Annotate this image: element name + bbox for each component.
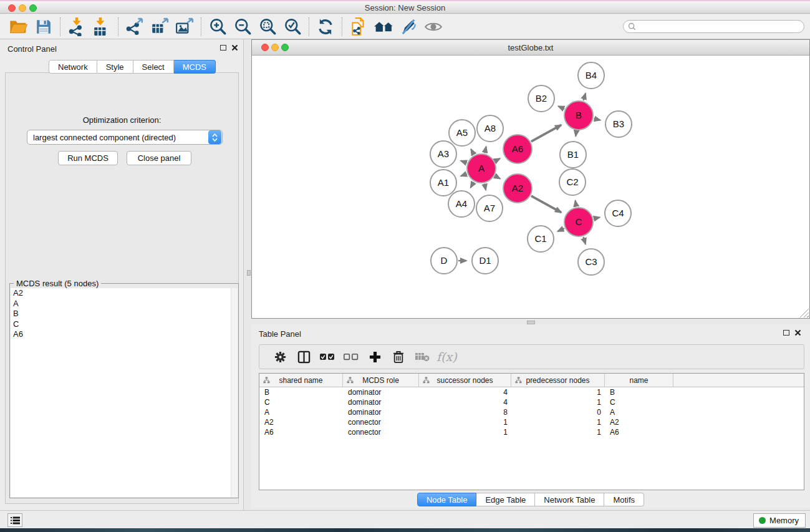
result-item[interactable]: A2 [11, 288, 238, 299]
refresh-icon[interactable] [313, 16, 338, 38]
node-C3[interactable]: C3 [578, 249, 604, 275]
node-C4[interactable]: C4 [605, 200, 631, 226]
search-input[interactable] [636, 21, 804, 32]
node-A3[interactable]: A3 [430, 141, 456, 167]
edge-C-C4[interactable] [594, 218, 599, 219]
edge-A-A5[interactable] [471, 149, 474, 155]
vertical-split-handle[interactable] [247, 270, 251, 276]
tab-edge-table[interactable]: Edge Table [476, 493, 535, 506]
table-row[interactable]: A6connector11A6 [259, 427, 804, 437]
table-close-panel-icon[interactable] [794, 329, 801, 336]
node-D[interactable]: D [431, 248, 457, 274]
import-network-icon[interactable] [64, 16, 89, 38]
node-B4[interactable]: B4 [578, 62, 604, 89]
edge-A-A1[interactable] [461, 174, 467, 177]
edge-B-B4[interactable] [583, 94, 586, 101]
node-table[interactable]: shared nameMCDS rolesuccessor nodesprede… [259, 373, 804, 490]
unselect-all-icon[interactable] [339, 346, 363, 367]
zoom-fit-icon[interactable] [255, 16, 280, 38]
zoom-selected-icon[interactable] [280, 16, 305, 38]
optimization-criterion-select[interactable]: largest connected component (directed) [27, 130, 223, 145]
result-item[interactable]: C [11, 319, 238, 330]
table-row[interactable]: Cdominator41C [259, 397, 804, 407]
edge-A-A4[interactable] [471, 182, 474, 188]
hide-annotations-icon[interactable] [396, 16, 421, 38]
delete-column-icon[interactable] [387, 346, 410, 367]
search-field[interactable] [623, 20, 804, 33]
node-A2[interactable]: A2 [503, 174, 532, 203]
node-A5[interactable]: A5 [449, 120, 475, 146]
node-B[interactable]: B [564, 101, 593, 130]
result-item[interactable]: B [11, 309, 238, 319]
show-hide-graphics-icon[interactable] [421, 16, 446, 38]
tab-mcds[interactable]: MCDS [174, 60, 216, 74]
tab-style[interactable]: Style [97, 60, 133, 74]
edge-C-C1[interactable] [557, 228, 564, 231]
task-history-button[interactable] [7, 513, 22, 527]
node-A1[interactable]: A1 [430, 170, 456, 196]
edge-B-B3[interactable] [594, 118, 600, 120]
node-A6[interactable]: A6 [503, 135, 532, 163]
node-A8[interactable]: A8 [477, 115, 503, 142]
edge-C-C3[interactable] [583, 237, 586, 244]
float-panel-icon[interactable] [220, 45, 226, 51]
result-item[interactable]: A [11, 299, 238, 309]
column-header-MCDS-role[interactable]: MCDS role [343, 374, 419, 387]
node-C1[interactable]: C1 [528, 226, 554, 252]
show-columns-icon[interactable] [292, 346, 316, 367]
result-scrollbar[interactable] [231, 288, 238, 497]
table-settings-icon[interactable] [268, 346, 292, 367]
column-header-successor-nodes[interactable]: successor nodes [419, 374, 511, 387]
column-header-name[interactable]: name [605, 374, 673, 387]
node-B3[interactable]: B3 [605, 111, 632, 137]
save-icon[interactable] [31, 16, 56, 38]
home-icon[interactable] [371, 16, 396, 38]
tab-node-table[interactable]: Node Table [417, 493, 477, 506]
close-panel-icon[interactable] [231, 44, 238, 51]
export-table-icon[interactable] [147, 16, 172, 38]
open-icon[interactable] [6, 16, 31, 38]
zoom-in-icon[interactable] [205, 16, 230, 38]
node-A7[interactable]: A7 [476, 195, 503, 221]
clone-network-icon[interactable] [346, 16, 371, 38]
edge-A-A2[interactable] [495, 176, 500, 178]
edge-A2-C[interactable] [531, 196, 561, 212]
edge-A-A7[interactable] [485, 183, 486, 190]
memory-button[interactable]: Memory [753, 513, 806, 528]
column-header-predecessor-nodes[interactable]: predecessor nodes [511, 374, 605, 387]
column-header-shared-name[interactable]: shared name [259, 374, 343, 387]
edge-B-B1[interactable] [576, 131, 576, 137]
edge-A6-B[interactable] [531, 125, 561, 141]
table-row[interactable]: Adominator80A [259, 407, 804, 417]
mcds-result-list[interactable]: A2ABCA6 [11, 288, 238, 497]
tab-network[interactable]: Network [49, 60, 97, 74]
network-window-titlebar[interactable]: testGlobe.txt [252, 40, 809, 56]
edge-C-C2[interactable] [576, 201, 577, 207]
node-A[interactable]: A [467, 154, 496, 183]
tab-select[interactable]: Select [133, 60, 174, 74]
import-table-icon[interactable] [89, 16, 114, 38]
zoom-out-icon[interactable] [230, 16, 255, 38]
node-B2[interactable]: B2 [528, 85, 554, 112]
result-item[interactable]: A6 [11, 329, 238, 340]
close-panel-button[interactable]: Close panel [127, 151, 191, 165]
export-network-icon[interactable] [122, 16, 147, 38]
node-B1[interactable]: B1 [560, 142, 586, 168]
export-image-icon[interactable] [172, 16, 197, 38]
edge-A-A8[interactable] [485, 147, 486, 153]
node-C[interactable]: C [564, 208, 593, 236]
tab-motifs[interactable]: Motifs [604, 493, 644, 506]
create-column-icon[interactable] [363, 346, 387, 367]
tab-network-table[interactable]: Network Table [535, 493, 604, 506]
node-D1[interactable]: D1 [472, 248, 498, 274]
network-canvas[interactable]: B4B2BB3A8A5A6B1A3AC2A1A2A4A7C4CC1DD1C3 [252, 56, 809, 318]
edge-A-A6[interactable] [495, 158, 500, 161]
table-row[interactable]: Bdominator41B [259, 387, 804, 397]
node-A4[interactable]: A4 [448, 191, 475, 217]
select-all-icon[interactable] [316, 346, 339, 367]
table-float-panel-icon[interactable] [783, 330, 789, 336]
edge-B-B2[interactable] [558, 106, 564, 109]
table-row[interactable]: A2connector11A2 [259, 417, 804, 427]
edge-A-A3[interactable] [461, 161, 467, 163]
run-mcds-button[interactable]: Run MCDS [58, 151, 118, 165]
